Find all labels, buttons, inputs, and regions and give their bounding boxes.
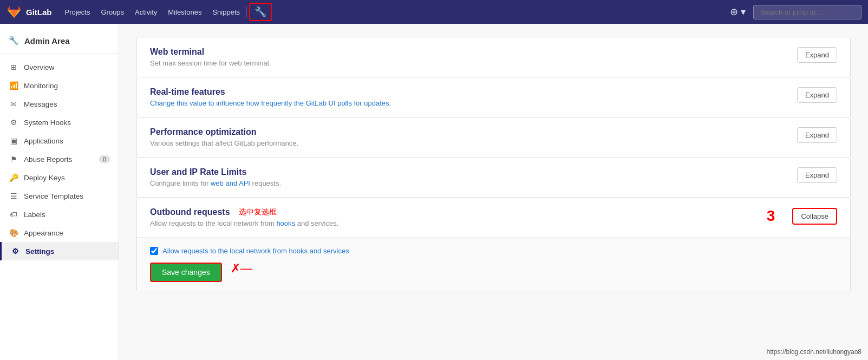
sidebar-item-system-hooks[interactable]: ⚙ System Hooks (0, 113, 119, 132)
sidebar-item-overview[interactable]: ⊞ Overview (0, 58, 119, 76)
labels-icon: 🏷 (9, 210, 18, 219)
sidebar-label-appearance: Appearance (24, 229, 63, 237)
nav-snippets[interactable]: Snippets (208, 6, 244, 18)
web-terminal-description: Set max session time for web terminal. (150, 59, 271, 67)
sidebar-item-service-templates[interactable]: ☰ Service Templates (0, 187, 119, 205)
add-button[interactable]: ⊕ ▾ (727, 4, 749, 20)
outbound-collapse-btn[interactable]: Collapse (792, 208, 837, 225)
realtime-title: Real-time features (150, 87, 391, 97)
monitoring-icon: 📶 (9, 81, 18, 90)
section-realtime: Real-time features Change this value to … (136, 77, 851, 117)
outbound-info: Outbound requests 选中复选框 Allow requests t… (150, 207, 338, 227)
outbound-checkbox-label[interactable]: Allow requests to the local network from… (150, 247, 837, 255)
sidebar-label-deploy-keys: Deploy Keys (24, 174, 65, 182)
nav-groups[interactable]: Groups (96, 6, 128, 18)
messages-icon: ✉ (9, 100, 18, 108)
sidebar-label-abuse-reports: Abuse Reports (24, 155, 72, 163)
performance-header: Performance optimization Various setting… (137, 117, 850, 157)
save-row: Save changes ✗— (150, 255, 837, 282)
realtime-description: Change this value to influence how frequ… (150, 99, 391, 107)
sidebar-item-applications[interactable]: ▣ Applications (0, 132, 119, 150)
performance-info: Performance optimization Various setting… (150, 127, 298, 147)
nav-projects[interactable]: Projects (61, 6, 95, 18)
outbound-header: Outbound requests 选中复选框 Allow requests t… (137, 198, 850, 238)
hooks-link[interactable]: hooks (276, 219, 295, 227)
sidebar-item-deploy-keys[interactable]: 🔑 Deploy Keys (0, 168, 119, 187)
overview-icon: ⊞ (9, 63, 18, 71)
sidebar-item-appearance[interactable]: 🎨 Appearance (0, 224, 119, 242)
navbar-right: ⊕ ▾ (727, 4, 862, 20)
section-performance: Performance optimization Various setting… (136, 117, 851, 158)
appearance-icon: 🎨 (9, 228, 18, 237)
sidebar-title: 🔧 Admin Area (0, 30, 119, 54)
sidebar-label-service-templates: Service Templates (24, 192, 83, 200)
section-rate-limits: User and IP Rate Limits Configure limits… (136, 158, 851, 198)
section-outbound: Outbound requests 选中复选框 Allow requests t… (136, 198, 851, 291)
outbound-annotation: 选中复选框 (239, 207, 277, 217)
outbound-title: Outbound requests 选中复选框 (150, 207, 338, 217)
watermark: https://blog.csdn.net/liuhongyao8 (767, 348, 862, 356)
sidebar-label-messages: Messages (24, 100, 57, 108)
web-terminal-title: Web terminal (150, 47, 271, 57)
nav-milestones[interactable]: Milestones (164, 6, 206, 18)
navbar-links: Projects Groups Activity Milestones Snip… (61, 3, 272, 21)
performance-description: Various settings that affect GitLab perf… (150, 139, 298, 147)
nav-activity[interactable]: Activity (130, 6, 161, 18)
outbound-description: Allow requests to the local network from… (150, 219, 338, 227)
performance-title: Performance optimization (150, 127, 298, 137)
sidebar-label-system-hooks: System Hooks (24, 119, 71, 127)
rate-limits-expand-btn[interactable]: Expand (797, 167, 837, 183)
sidebar: 🔧 Admin Area ⊞ Overview 📶 Monitoring ✉ M… (0, 24, 119, 360)
realtime-expand-btn[interactable]: Expand (797, 87, 837, 103)
settings-icon: ⚙ (10, 247, 20, 256)
abuse-reports-badge: 0 (99, 155, 110, 163)
wrench-icon[interactable]: 🔧 (249, 3, 272, 21)
abuse-reports-icon: ⚑ (9, 155, 18, 163)
rate-limits-link[interactable]: web and API (211, 179, 250, 187)
sidebar-item-monitoring[interactable]: 📶 Monitoring (0, 76, 119, 95)
realtime-link[interactable]: Change this value to influence how frequ… (150, 99, 391, 107)
sidebar-item-messages[interactable]: ✉ Messages (0, 95, 119, 113)
sidebar-label-overview: Overview (24, 63, 54, 71)
rate-limits-info: User and IP Rate Limits Configure limits… (150, 167, 281, 187)
save-changes-button[interactable]: Save changes (150, 263, 222, 282)
realtime-header: Real-time features Change this value to … (137, 77, 850, 117)
sidebar-item-abuse-reports[interactable]: ⚑ Abuse Reports 0 (0, 150, 119, 168)
service-templates-icon: ☰ (9, 192, 18, 200)
outbound-checkbox[interactable] (150, 247, 158, 255)
sidebar-item-labels[interactable]: 🏷 Labels (0, 205, 119, 224)
rate-limits-title: User and IP Rate Limits (150, 167, 281, 177)
sidebar-label-labels: Labels (24, 211, 45, 219)
realtime-info: Real-time features Change this value to … (150, 87, 391, 107)
rate-limits-description: Configure limits for web and API request… (150, 179, 281, 187)
web-terminal-header: Web terminal Set max session time for we… (137, 37, 850, 77)
navbar: GitLab Projects Groups Activity Mileston… (0, 0, 868, 24)
web-terminal-expand-btn[interactable]: Expand (797, 47, 837, 63)
wrench-icon-sidebar: 🔧 (9, 36, 19, 45)
outbound-right: 3 Collapse (767, 207, 837, 225)
outbound-checkbox-text: Allow requests to the local network from… (162, 247, 349, 255)
brand[interactable]: GitLab (6, 4, 52, 19)
sidebar-label-settings: Settings (25, 247, 54, 256)
deploy-keys-icon: 🔑 (9, 173, 18, 182)
sidebar-item-settings[interactable]: ⚙ Settings (0, 242, 119, 260)
annotation-number-3: 3 (767, 207, 775, 225)
brand-name: GitLab (26, 8, 52, 17)
main-content: Web terminal Set max session time for we… (119, 24, 868, 360)
applications-icon: ▣ (9, 136, 18, 145)
sidebar-label-monitoring: Monitoring (24, 82, 58, 90)
outbound-body: Allow requests to the local network from… (137, 238, 850, 291)
rate-limits-header: User and IP Rate Limits Configure limits… (137, 158, 850, 197)
system-hooks-icon: ⚙ (9, 118, 18, 127)
section-web-terminal: Web terminal Set max session time for we… (136, 37, 851, 77)
nav-divider (246, 6, 247, 17)
sidebar-label-applications: Applications (24, 137, 63, 145)
search-input[interactable] (753, 5, 862, 19)
annotation-checkmark: ✗— (231, 261, 252, 276)
web-terminal-info: Web terminal Set max session time for we… (150, 47, 271, 67)
layout: 🔧 Admin Area ⊞ Overview 📶 Monitoring ✉ M… (0, 24, 868, 360)
performance-expand-btn[interactable]: Expand (797, 127, 837, 143)
